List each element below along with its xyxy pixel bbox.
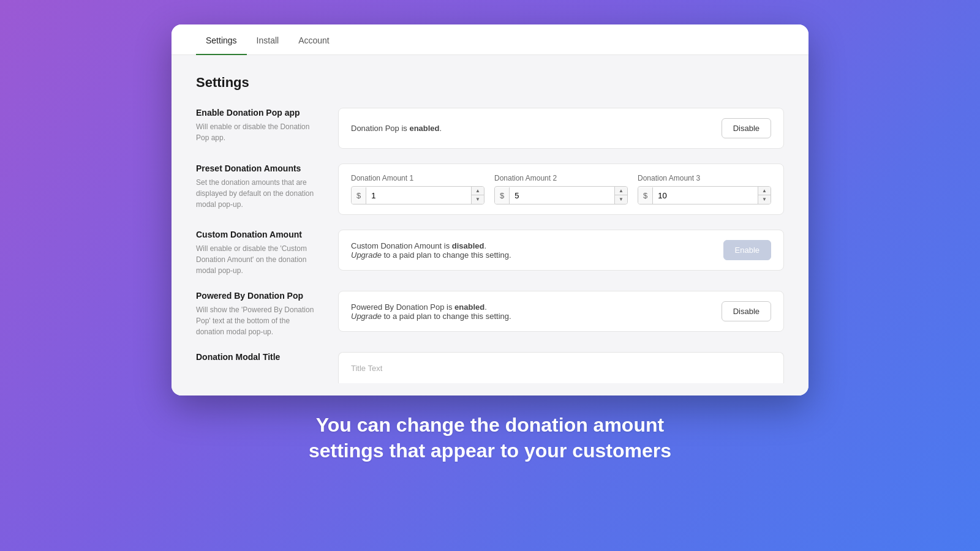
amount-prefix-3: $ (638, 187, 653, 204)
setting-status-custom: Custom Donation Amount is disabled. Upgr… (351, 241, 511, 260)
bottom-line2: settings that appear to your customers (309, 438, 671, 464)
setting-row-custom: Custom Donation Amount Will enable or di… (196, 230, 784, 276)
setting-row-enable: Enable Donation Pop app Will enable or d… (196, 108, 784, 149)
amount-input-wrap-2: $ ▲ ▼ (494, 186, 628, 204)
amount-spinner-2: ▲ ▼ (614, 187, 627, 204)
setting-desc-powered: Will show the 'Powered By Donation Pop' … (196, 304, 318, 337)
enable-button-custom[interactable]: Enable (723, 240, 771, 260)
amount-field-1: Donation Amount 1 $ ▲ ▼ (351, 174, 484, 204)
setting-label-enable: Enable Donation Pop app (196, 108, 318, 118)
amount-spinner-3: ▲ ▼ (758, 187, 771, 204)
main-content: Settings Enable Donation Pop app Will en… (172, 55, 809, 395)
setting-control-title-partial: Title Text (338, 352, 784, 383)
amount-label-3: Donation Amount 3 (638, 174, 771, 182)
setting-label-amounts: Preset Donation Amounts (196, 163, 318, 173)
setting-desc-custom: Will enable or disable the 'Custom Donat… (196, 243, 318, 276)
spinner-down-3[interactable]: ▼ (758, 195, 771, 204)
setting-label-custom: Custom Donation Amount (196, 230, 318, 239)
setting-label-col-title: Donation Modal Title (196, 352, 318, 365)
bottom-line1: You can change the donation amount (309, 413, 671, 438)
setting-label-title: Donation Modal Title (196, 352, 318, 362)
amount-field-3: Donation Amount 3 $ ▲ ▼ (638, 174, 771, 204)
amounts-grid: Donation Amount 1 $ ▲ ▼ Donation Amount … (351, 174, 771, 204)
spinner-up-1[interactable]: ▲ (472, 187, 484, 195)
disable-button-powered[interactable]: Disable (722, 301, 771, 321)
amount-input-2[interactable] (510, 187, 614, 204)
setting-label-col-custom: Custom Donation Amount Will enable or di… (196, 230, 318, 276)
spinner-up-3[interactable]: ▲ (758, 187, 771, 195)
tab-install[interactable]: Install (247, 24, 289, 55)
setting-status-enable: Donation Pop is enabled. (351, 124, 442, 133)
setting-label-col-amounts: Preset Donation Amounts Set the donation… (196, 163, 318, 210)
setting-status-powered: Powered By Donation Pop is enabled. Upgr… (351, 302, 511, 321)
amount-prefix-2: $ (495, 187, 510, 204)
disable-button-enable[interactable]: Disable (722, 118, 771, 138)
spinner-up-2[interactable]: ▲ (615, 187, 627, 195)
setting-row-amounts: Preset Donation Amounts Set the donation… (196, 163, 784, 215)
page-title: Settings (196, 75, 784, 91)
amount-input-wrap-1: $ ▲ ▼ (351, 186, 484, 204)
tab-settings[interactable]: Settings (196, 24, 247, 55)
setting-control-powered: Powered By Donation Pop is enabled. Upgr… (338, 291, 784, 332)
amount-prefix-1: $ (352, 187, 366, 204)
spinner-down-1[interactable]: ▼ (472, 195, 484, 204)
setting-label-col-powered: Powered By Donation Pop Will show the 'P… (196, 291, 318, 337)
title-text-placeholder: Title Text (351, 364, 382, 373)
amount-field-2: Donation Amount 2 $ ▲ ▼ (494, 174, 628, 204)
amount-input-1[interactable] (366, 187, 471, 204)
amount-label-1: Donation Amount 1 (351, 174, 484, 182)
setting-desc-amounts: Set the donation amounts that are displa… (196, 177, 318, 210)
setting-row-title: Donation Modal Title Title Text (196, 352, 784, 383)
setting-desc-enable: Will enable or disable the Donation Pop … (196, 121, 318, 143)
setting-row-powered: Powered By Donation Pop Will show the 'P… (196, 291, 784, 337)
amounts-control: Donation Amount 1 $ ▲ ▼ Donation Amount … (338, 163, 784, 215)
setting-label-col-enable: Enable Donation Pop app Will enable or d… (196, 108, 318, 143)
spinner-down-2[interactable]: ▼ (615, 195, 627, 204)
setting-control-custom: Custom Donation Amount is disabled. Upgr… (338, 230, 784, 271)
tab-account[interactable]: Account (288, 24, 339, 55)
amount-label-2: Donation Amount 2 (494, 174, 628, 182)
amount-input-3[interactable] (653, 187, 758, 204)
tab-navigation: Settings Install Account (172, 24, 809, 55)
app-window: Settings Install Account Settings Enable… (172, 24, 809, 395)
amount-input-wrap-3: $ ▲ ▼ (638, 186, 771, 204)
setting-control-enable: Donation Pop is enabled. Disable (338, 108, 784, 149)
amount-spinner-1: ▲ ▼ (471, 187, 484, 204)
bottom-text: You can change the donation amount setti… (299, 395, 681, 476)
setting-label-powered: Powered By Donation Pop (196, 291, 318, 301)
